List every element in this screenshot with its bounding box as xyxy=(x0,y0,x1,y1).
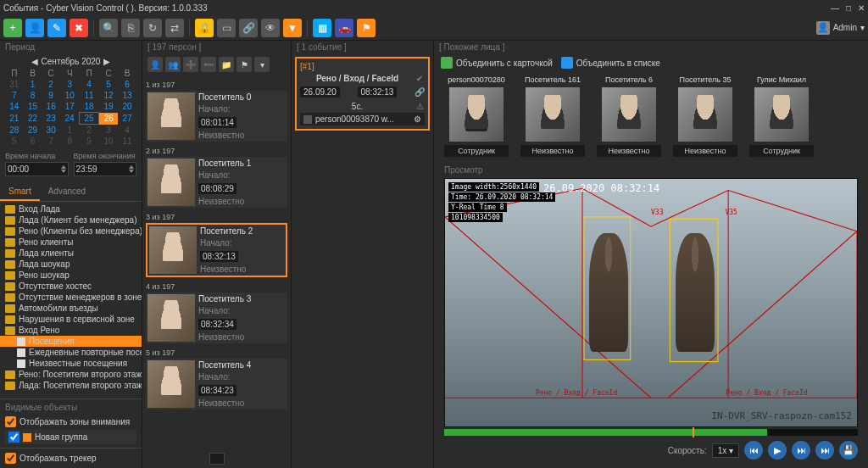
cal-day[interactable]: 11 xyxy=(118,136,136,147)
cal-day[interactable]: 26 xyxy=(99,113,118,125)
cal-day[interactable]: 8 xyxy=(60,136,79,147)
cal-month[interactable]: Сентябрь 2020 xyxy=(42,57,101,66)
similar-card[interactable]: Посетитель 35Неизвестно xyxy=(673,75,737,157)
person-card[interactable]: Посетитель 2Начало:08:32:13Неизвестно xyxy=(146,223,287,277)
cal-day[interactable]: 2 xyxy=(42,79,60,90)
cal-day[interactable]: 24 xyxy=(60,113,79,125)
person-card[interactable]: Посетитель 0Начало:08:01:14Неизвестно xyxy=(146,91,287,142)
cal-day[interactable]: 31 xyxy=(5,79,24,90)
tree-node[interactable]: Рено клиенты xyxy=(0,237,142,248)
time-end-input[interactable]: 23:59 xyxy=(74,162,137,176)
minimize-button[interactable]: — xyxy=(831,3,839,13)
image-button[interactable]: ▦ xyxy=(313,19,331,37)
merge-card-button[interactable]: Объединить с карточкой xyxy=(441,57,553,69)
cal-day[interactable]: 6 xyxy=(24,136,42,147)
filter-button[interactable]: ▼ xyxy=(283,19,302,37)
cal-day[interactable]: 5 xyxy=(99,79,118,90)
cal-day[interactable]: 20 xyxy=(118,101,136,113)
sync-button[interactable]: ⇄ xyxy=(165,19,184,37)
cal-day[interactable]: 18 xyxy=(79,101,98,113)
link-icon[interactable]: 🔗 xyxy=(415,87,425,98)
similar-card[interactable]: Посетитель 6Неизвестно xyxy=(597,75,661,157)
cal-day[interactable]: 19 xyxy=(99,101,118,113)
play-button[interactable]: ▶ xyxy=(768,441,787,460)
cal-day[interactable]: 6 xyxy=(118,79,136,90)
person-card[interactable]: Посетитель 3Начало:08:32:34Неизвестно xyxy=(146,292,287,343)
lock-button[interactable]: 🔒 xyxy=(195,19,214,37)
tree-node[interactable]: Отсутствие хостес xyxy=(0,281,142,292)
pager-input[interactable] xyxy=(209,453,225,465)
tree-node[interactable]: Автомобили въезды xyxy=(0,303,142,314)
cal-next-icon[interactable]: ▶ xyxy=(103,57,110,66)
p-btn-3[interactable]: ➕ xyxy=(183,57,198,72)
tree-node[interactable]: Посещения xyxy=(0,336,142,347)
tree-node[interactable]: Рено (Клиенты без менеджера) xyxy=(0,226,142,237)
p-btn-5[interactable]: 📁 xyxy=(219,57,234,72)
close-button[interactable]: ✕ xyxy=(858,3,865,13)
cal-day[interactable]: 10 xyxy=(99,136,118,147)
tree-node[interactable]: Лада шоукар xyxy=(0,259,142,270)
tree-node[interactable]: Рено шоукар xyxy=(0,270,142,281)
flag-button[interactable]: ⚑ xyxy=(357,19,376,37)
cal-day[interactable]: 17 xyxy=(60,101,79,113)
merge-list-button[interactable]: Объединить в списке xyxy=(561,57,660,69)
cal-day[interactable]: 1 xyxy=(24,79,42,90)
p-btn-2[interactable]: 👥 xyxy=(165,57,181,72)
gear-icon[interactable]: ⚙ xyxy=(414,114,421,124)
cal-day[interactable]: 4 xyxy=(79,79,98,90)
cal-day[interactable]: 3 xyxy=(60,79,79,90)
tree-node[interactable]: Лада клиенты xyxy=(0,248,142,259)
card-button[interactable]: ▭ xyxy=(217,19,236,37)
tab-smart[interactable]: Smart xyxy=(0,183,40,201)
tree-node[interactable]: Лада (Клиент без менеджера) xyxy=(0,214,142,226)
cal-day[interactable]: 13 xyxy=(118,90,136,101)
cal-prev-icon[interactable]: ◀ xyxy=(31,57,38,66)
refresh-button[interactable]: ↻ xyxy=(143,19,162,37)
video-progress[interactable] xyxy=(444,429,858,436)
next-button[interactable]: ⏭ xyxy=(792,441,810,460)
person-card[interactable]: Посетитель 1Начало:08:08:29Неизвестно xyxy=(146,157,287,208)
show-zones-checkbox[interactable]: Отображать зоны внимания xyxy=(5,415,136,428)
save-frame-button[interactable]: 💾 xyxy=(839,441,858,460)
cal-day[interactable]: 21 xyxy=(5,113,24,125)
event-person[interactable]: person00093870 w...⚙ xyxy=(300,113,425,125)
tree-node[interactable]: Вход Лада xyxy=(0,203,142,214)
similar-card[interactable]: person00070280Сотрудник xyxy=(444,75,509,157)
p-btn-4[interactable]: ➖ xyxy=(201,57,216,72)
tree-node[interactable]: Рено: Посетители второго этажа xyxy=(0,369,142,380)
cal-day[interactable]: 27 xyxy=(118,113,136,125)
cal-day[interactable]: 8 xyxy=(24,90,42,101)
cal-day[interactable]: 23 xyxy=(42,113,60,125)
tree-node[interactable]: Ежедневные повторные посе... xyxy=(0,347,142,358)
end-button[interactable]: ⏭ xyxy=(815,441,834,460)
cal-day[interactable]: 16 xyxy=(42,101,60,113)
cal-day[interactable]: 30 xyxy=(42,125,60,136)
show-tracker-checkbox[interactable]: Отображать трекер xyxy=(5,452,136,465)
cal-day[interactable]: 15 xyxy=(24,101,42,113)
prev-button[interactable]: ⏮ xyxy=(744,441,763,460)
person-button[interactable]: 👤 xyxy=(25,19,44,37)
person-card[interactable]: Посетитель 4Начало:08:34:23Неизвестно xyxy=(146,359,287,410)
video-viewport[interactable]: Image width:2560x1440 Time: 26.09.2020 0… xyxy=(444,178,858,427)
group-item[interactable]: Новая группа xyxy=(5,430,136,444)
tab-advanced[interactable]: Advanced xyxy=(40,183,94,201)
tree-node[interactable]: Неизвестные посещения xyxy=(0,358,142,369)
cal-day[interactable]: 11 xyxy=(79,90,98,101)
maximize-button[interactable]: □ xyxy=(846,3,851,13)
cal-day[interactable]: 2 xyxy=(79,125,98,136)
cal-day[interactable]: 7 xyxy=(42,136,60,147)
cal-day[interactable]: 28 xyxy=(5,125,24,136)
copy-button[interactable]: ⎘ xyxy=(121,19,140,37)
similar-card[interactable]: Гулис МихаилСотрудник xyxy=(749,75,814,157)
tree-node[interactable]: Вход Рено xyxy=(0,325,142,336)
speed-select[interactable]: 1x ▾ xyxy=(712,443,739,458)
delete-button[interactable]: ✖ xyxy=(70,19,88,37)
cal-day[interactable]: 3 xyxy=(99,125,118,136)
cal-day[interactable]: 22 xyxy=(24,113,42,125)
cal-day[interactable]: 9 xyxy=(79,136,98,147)
add-button[interactable]: ＋ xyxy=(3,19,22,37)
edit-button[interactable]: ✎ xyxy=(47,19,66,37)
cal-day[interactable]: 7 xyxy=(5,90,24,101)
tree-node[interactable]: Отсутствие менеджеров в зоне ... xyxy=(0,292,142,303)
p-filter-icon[interactable]: ▾ xyxy=(254,57,270,72)
